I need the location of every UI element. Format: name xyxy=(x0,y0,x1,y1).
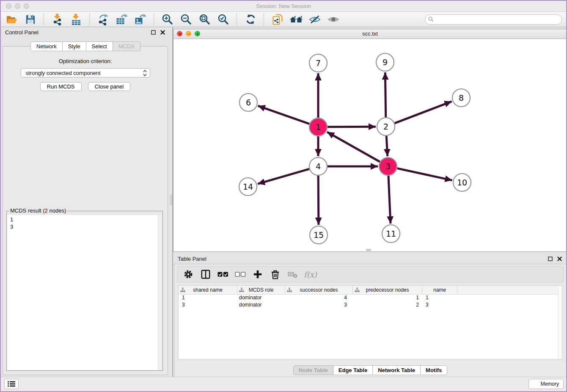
tab-mcds[interactable]: MCDS xyxy=(113,41,140,51)
svg-text:3: 3 xyxy=(385,162,391,171)
graph-node-8[interactable]: 8 xyxy=(452,89,470,107)
graph-node-9[interactable]: 9 xyxy=(376,53,394,71)
canvas-hscroll-thumb[interactable] xyxy=(366,249,371,251)
table-scrollbar[interactable] xyxy=(558,286,562,359)
graph-node-6[interactable]: 6 xyxy=(239,94,257,111)
zoom-out-button[interactable] xyxy=(179,13,193,26)
table-settings-button[interactable] xyxy=(182,268,194,280)
open-file-button[interactable] xyxy=(5,13,19,26)
svg-text:7: 7 xyxy=(316,58,321,68)
close-panel-button[interactable]: Close panel xyxy=(88,82,131,91)
column-header-predecessor-nodes[interactable]: predecessor nodes xyxy=(353,286,422,294)
svg-text:6: 6 xyxy=(246,98,251,107)
import-network-button[interactable] xyxy=(51,13,64,26)
graph-edge-3-11[interactable] xyxy=(388,176,391,224)
unchecked-boxes-icon xyxy=(235,270,246,279)
refresh-view-button[interactable] xyxy=(244,13,257,26)
toolbar-separator xyxy=(154,13,154,26)
show-columns-button[interactable] xyxy=(200,268,212,280)
graph-edge-1-2[interactable] xyxy=(328,127,376,127)
column-header-name[interactable]: name xyxy=(422,286,457,294)
divider-grip[interactable] xyxy=(170,195,172,205)
control-panel: Control Panel Network Style Select MCDS … xyxy=(1,27,170,377)
cell-shared-name: 3 xyxy=(179,302,237,309)
panel-divider[interactable] xyxy=(170,27,173,378)
delete-table-icon xyxy=(287,270,298,279)
graph-edge-2-3[interactable] xyxy=(386,136,388,156)
show-all-button[interactable] xyxy=(327,13,340,26)
trash-icon xyxy=(270,269,280,280)
criterion-select[interactable]: strongly connected component xyxy=(21,68,150,77)
tab-motifs[interactable]: Motifs xyxy=(420,365,447,375)
export-image-icon xyxy=(135,14,146,25)
gear-icon xyxy=(183,269,193,279)
search-icon xyxy=(428,17,434,22)
svg-text:1: 1 xyxy=(316,122,321,132)
graph-edge-3-10[interactable] xyxy=(397,168,452,180)
first-neighbors-button[interactable] xyxy=(289,13,303,26)
cell-shared-name: 1 xyxy=(179,295,237,302)
graph-node-14[interactable]: 14 xyxy=(239,178,257,196)
graph-edge-4-15[interactable] xyxy=(318,176,319,225)
export-table-button[interactable] xyxy=(115,13,129,26)
graph-node-4[interactable]: 4 xyxy=(309,157,327,175)
import-network-icon xyxy=(52,14,63,25)
hierarchy-icon xyxy=(239,287,244,293)
save-session-button[interactable] xyxy=(24,13,37,26)
tab-select[interactable]: Select xyxy=(86,41,113,51)
zoom-selected-button[interactable] xyxy=(217,13,230,26)
hide-selected-button[interactable] xyxy=(308,13,322,26)
graph-edge-1-6[interactable] xyxy=(258,106,310,124)
graph-node-7[interactable]: 7 xyxy=(309,54,327,72)
graph-node-11[interactable]: 11 xyxy=(382,225,400,243)
column-header-successor-nodes[interactable]: successor nodes xyxy=(285,286,353,294)
tab-style[interactable]: Style xyxy=(62,41,86,51)
select-all-button[interactable] xyxy=(217,268,229,280)
task-history-button[interactable] xyxy=(4,379,19,389)
cell-successor-nodes: 3 xyxy=(285,302,353,309)
tab-network[interactable]: Network xyxy=(30,41,63,51)
close-table-panel-icon[interactable] xyxy=(556,255,563,262)
delete-column-button[interactable] xyxy=(269,268,281,280)
delete-table-button[interactable] xyxy=(286,268,298,280)
float-table-panel-icon[interactable] xyxy=(547,255,553,262)
graph-edge-4-14[interactable] xyxy=(258,169,309,184)
graph-node-10[interactable]: 10 xyxy=(453,174,471,191)
duplicate-network-button[interactable] xyxy=(271,13,284,26)
memory-button[interactable]: Memory xyxy=(528,379,564,389)
zoom-in-button[interactable] xyxy=(161,13,174,26)
criterion-selected-value: strongly connected component xyxy=(26,70,101,76)
tab-network-table[interactable]: Network Table xyxy=(372,365,421,375)
column-header-mcds-role[interactable]: MCDS role xyxy=(237,286,285,294)
zoom-fit-button[interactable] xyxy=(198,13,212,26)
result-scrollbar[interactable] xyxy=(158,215,162,370)
graph-edge-2-9[interactable] xyxy=(385,72,385,117)
table-row[interactable]: 3 dominator 3 2 3 xyxy=(179,302,562,309)
graph-node-15[interactable]: 15 xyxy=(310,226,328,244)
graph-node-1[interactable]: 1 xyxy=(309,118,327,136)
cell-successor-nodes: 4 xyxy=(285,295,353,302)
network-graph-svg[interactable]: 7968124314101511 xyxy=(173,39,567,252)
create-column-button[interactable] xyxy=(252,268,264,280)
tab-edge-table[interactable]: Edge Table xyxy=(333,365,373,375)
mcds-panel-body: Optimization criterion: strongly connect… xyxy=(3,46,168,375)
search-input[interactable] xyxy=(425,14,562,25)
deselect-all-button[interactable] xyxy=(234,268,246,280)
float-panel-icon[interactable] xyxy=(150,29,157,36)
function-builder-button[interactable]: f(x) xyxy=(304,268,317,280)
run-mcds-button[interactable]: Run MCDS xyxy=(40,82,82,91)
column-header-shared-name[interactable]: shared name xyxy=(179,286,237,294)
network-canvas[interactable]: 7968124314101511 xyxy=(173,39,567,251)
export-image-button[interactable] xyxy=(134,13,147,26)
tab-node-table[interactable]: Node Table xyxy=(293,365,333,375)
graph-node-2[interactable]: 2 xyxy=(377,118,395,135)
close-panel-icon[interactable] xyxy=(159,29,166,36)
table-row[interactable]: 1 dominator 4 1 1 xyxy=(179,295,562,302)
graph-edge-3-1[interactable] xyxy=(327,132,380,162)
graph-edge-2-8[interactable] xyxy=(395,102,452,124)
export-network-button[interactable] xyxy=(96,13,110,26)
import-table-button[interactable] xyxy=(69,13,83,26)
graph-node-3[interactable]: 3 xyxy=(379,157,397,175)
fx-icon: f(x) xyxy=(304,270,317,279)
list-icon xyxy=(7,381,16,387)
